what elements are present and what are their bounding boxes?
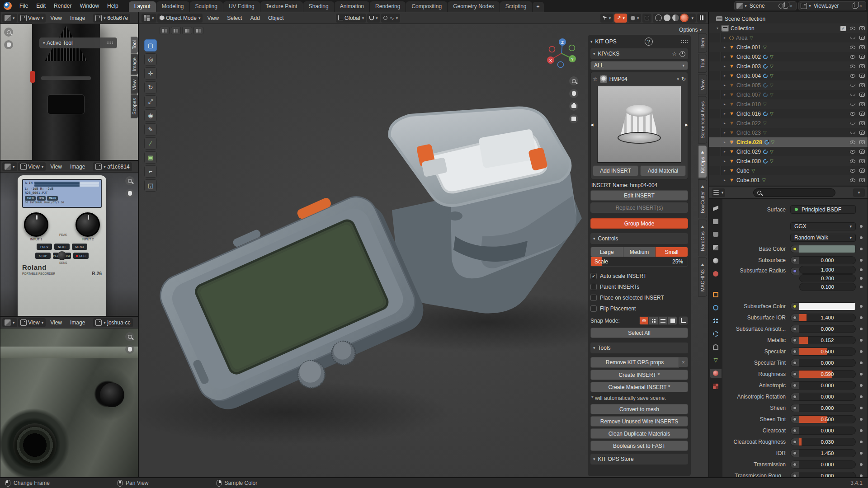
rendered-shading-icon[interactable] (681, 14, 688, 21)
menu-help[interactable]: Help (103, 3, 123, 9)
collapse-arrow-icon[interactable]: ▾ (593, 346, 595, 350)
radius-x-value[interactable]: 1.000 (799, 266, 856, 274)
keyframe-dot[interactable] (860, 463, 863, 466)
menu-view[interactable]: View (203, 15, 222, 21)
expand-arrow-icon[interactable]: ▸ (722, 159, 727, 163)
checkbox-icon[interactable] (590, 305, 597, 312)
camera-render-icon[interactable] (859, 169, 865, 173)
add-insert-button[interactable]: Add INSERT (593, 165, 638, 176)
create-material-insert-button[interactable]: Create Material INSERT * (590, 382, 688, 392)
camera-render-icon[interactable] (859, 74, 865, 78)
socket-icon[interactable] (790, 370, 799, 378)
menu-file[interactable]: File (15, 3, 32, 9)
snap-face-button[interactable] (668, 316, 677, 325)
xray-toggle[interactable] (642, 14, 651, 23)
tab-render-properties[interactable] (710, 217, 722, 226)
image-datablock[interactable]: ▾ joshua-cc (93, 318, 132, 327)
object-name[interactable]: Circle.010 (736, 101, 761, 108)
expand-arrow-icon[interactable]: ▸ (722, 74, 727, 78)
group-mode-button[interactable]: Group Mode (590, 218, 688, 229)
kitops-header[interactable]: ▾ KIT OPS ? (590, 36, 688, 47)
eye-hidden-icon[interactable] (850, 122, 855, 125)
object-name[interactable]: Circle.016 (736, 111, 761, 117)
tab-compositing[interactable]: Compositing (406, 1, 447, 12)
menu-select[interactable]: Select (223, 15, 245, 21)
outliner-row-collection[interactable]: ▾ Collection ✓ (709, 23, 868, 33)
eye-visible-icon[interactable] (850, 178, 855, 182)
outliner-row[interactable]: ▸ ▼ Circle.003 ▽ (709, 61, 868, 71)
add-material-button[interactable]: Add Material (640, 165, 686, 176)
prev-insert-arrow[interactable]: ◂ (590, 121, 594, 128)
tab-particles-properties[interactable] (710, 316, 722, 325)
tool-box-cutter[interactable]: ▣ (144, 151, 157, 164)
keyframe-dot[interactable] (860, 452, 863, 455)
store-section-header[interactable]: ▾ KIT OPS Store (590, 454, 688, 465)
socket-icon[interactable] (790, 314, 799, 322)
tool-move[interactable]: ✛ (144, 67, 157, 80)
keyframe-dot[interactable] (860, 361, 863, 364)
socket-icon[interactable] (790, 381, 799, 389)
tab-constraints-properties[interactable] (710, 343, 722, 352)
outliner-row[interactable]: ▸ ▼ Circle.030 ▽ (709, 156, 868, 166)
object-name[interactable]: Circle.002 (736, 54, 761, 60)
tool-measure[interactable]: ⌐ (144, 165, 157, 178)
eye-visible-icon[interactable] (850, 141, 855, 144)
tool-rotate[interactable]: ↻ (144, 81, 157, 94)
collapse-arrow-icon[interactable]: ▾ (590, 39, 593, 44)
viewlayer-name[interactable]: ViewLayer (811, 3, 853, 9)
keyframe-dot[interactable] (860, 225, 863, 228)
property-slider[interactable]: 0.000 (799, 381, 856, 389)
tab-texture-paint[interactable]: Texture Paint (260, 1, 303, 12)
keyframe-dot[interactable] (860, 350, 863, 353)
blender-logo-icon[interactable] (4, 2, 12, 10)
place-on-selected-checkbox[interactable]: Place on selected INSERT (590, 293, 688, 303)
tool-add-primitive[interactable]: ◱ (144, 179, 157, 192)
checkbox-checked-icon[interactable]: ✓ (590, 273, 597, 279)
object-name[interactable]: Scene Collection (725, 16, 765, 22)
keyframe-dot[interactable] (860, 259, 863, 262)
property-slider[interactable]: 0.030 (799, 438, 856, 446)
outliner-row[interactable]: ▸ ▼ Circle.001 ▽ (709, 42, 868, 52)
camera-render-icon[interactable] (859, 26, 865, 30)
object-name[interactable]: Circle.023 (736, 130, 761, 136)
property-slider[interactable]: 0.000 (799, 404, 856, 412)
socket-icon[interactable] (790, 359, 799, 367)
eye-visible-icon[interactable] (850, 112, 855, 116)
tool-draw-line[interactable]: ∕ (144, 137, 157, 150)
booleans-fast-button[interactable]: Booleans set to FAST (590, 441, 688, 451)
tab-item[interactable]: Item (698, 33, 707, 52)
snap-none-button[interactable]: ⊗ (639, 316, 649, 325)
overlays-toggle[interactable]: ▾ (628, 14, 642, 23)
collapse-arrow-icon[interactable]: ▾ (593, 236, 595, 241)
tab-boxcutter[interactable]: BoxCutter ♥ (698, 179, 707, 218)
keyframe-dot[interactable] (860, 305, 863, 308)
camera-render-icon[interactable] (859, 112, 865, 116)
outliner-row[interactable]: ▸ ▼ Circle.004 ▽ (709, 71, 868, 80)
eye-hidden-icon[interactable] (850, 131, 855, 134)
object-name[interactable]: Cube (736, 168, 750, 174)
outliner-row[interactable]: ▸ ▼ Circle.002 ▽ (709, 52, 868, 61)
kpack-filter-dropdown[interactable]: ALL ▾ (590, 61, 688, 70)
show-gizmo-toggle[interactable]: ↗▾ (614, 14, 627, 23)
tab-kit-ops[interactable]: Kit Ops ♥ (698, 145, 707, 178)
keyframe-dot[interactable] (860, 373, 863, 375)
tab-tool[interactable]: Tool (131, 37, 138, 53)
property-slider[interactable]: 0.500 (799, 347, 856, 356)
object-name[interactable]: Cube.001 (736, 177, 760, 183)
select-all-button[interactable]: Select All (590, 328, 688, 338)
socket-icon[interactable] (790, 336, 799, 344)
gizmos-dropdown[interactable]: ▾ (600, 14, 613, 23)
radius-y-value[interactable]: 0.200 (799, 274, 856, 282)
keyframe-dot[interactable] (860, 407, 863, 409)
outliner-row-scene-collection[interactable]: Scene Collection (709, 14, 868, 23)
outliner-row[interactable]: ▸ ▼ Circle.022 ▽ (709, 118, 868, 128)
pan-hand-icon[interactable] (4, 40, 13, 49)
eye-visible-icon[interactable] (850, 160, 855, 163)
tool-box-select[interactable]: ▢ (144, 39, 157, 52)
socket-icon[interactable] (790, 460, 799, 469)
mode-dropdown[interactable]: Object Mode▾ (157, 14, 203, 23)
mode-quick-button[interactable] (171, 27, 181, 34)
tab-layout[interactable]: Layout (129, 1, 156, 12)
viewport-3d[interactable]: ▾ Object Mode▾ View Select Add Object Gl… (138, 12, 708, 478)
expand-arrow-icon[interactable]: ▸ (722, 102, 727, 106)
